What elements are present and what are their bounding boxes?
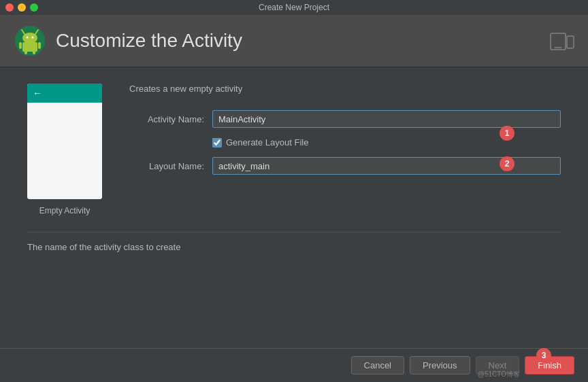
phone-body bbox=[27, 103, 102, 199]
svg-rect-6 bbox=[22, 42, 37, 52]
svg-rect-12 bbox=[567, 36, 574, 48]
svg-rect-10 bbox=[33, 50, 35, 54]
traffic-lights bbox=[5, 3, 38, 12]
layout-name-label: Layout Name: bbox=[129, 161, 204, 171]
svg-point-5 bbox=[32, 37, 34, 39]
svg-point-3 bbox=[22, 33, 37, 44]
svg-rect-7 bbox=[19, 42, 22, 49]
form-description: Creates a new empty activity bbox=[129, 84, 561, 94]
page-title: Customize the Activity bbox=[56, 30, 242, 52]
svg-point-4 bbox=[27, 37, 29, 39]
svg-rect-9 bbox=[24, 50, 27, 54]
generate-layout-label: Generate Layout File bbox=[226, 137, 308, 147]
generate-layout-row: Generate Layout File bbox=[212, 137, 561, 147]
main-content: ← Empty Activity Creates a new empty act… bbox=[0, 67, 588, 232]
back-arrow-icon: ← bbox=[33, 88, 42, 99]
header-left: Customize the Activity bbox=[14, 24, 242, 57]
cancel-button[interactable]: Cancel bbox=[351, 356, 404, 375]
watermark: @51CTO博客 bbox=[478, 370, 520, 379]
maximize-button[interactable] bbox=[30, 3, 38, 12]
preview-panel: ← Empty Activity bbox=[27, 84, 102, 215]
title-bar: Create New Project bbox=[0, 0, 588, 15]
title-bar-text: Create New Project bbox=[259, 3, 329, 12]
previous-button[interactable]: Previous bbox=[410, 356, 470, 375]
svg-rect-8 bbox=[38, 42, 41, 49]
activity-name-label: Activity Name: bbox=[129, 114, 204, 124]
android-logo-icon bbox=[14, 24, 46, 57]
header: Customize the Activity bbox=[0, 15, 588, 67]
activity-name-input[interactable] bbox=[212, 110, 561, 128]
finish-button[interactable]: Finish bbox=[525, 356, 574, 375]
generate-layout-checkbox[interactable] bbox=[212, 138, 222, 147]
layout-name-row: Layout Name: bbox=[129, 157, 561, 175]
phone-tablet-icon bbox=[550, 31, 574, 50]
form-panel: Creates a new empty activity Activity Na… bbox=[129, 84, 561, 215]
phone-preview: ← bbox=[27, 84, 102, 199]
divider bbox=[27, 232, 561, 232]
phone-toolbar: ← bbox=[27, 84, 102, 103]
preview-label: Empty Activity bbox=[39, 206, 91, 215]
footer-description: The name of the activity class to create bbox=[0, 242, 588, 252]
activity-name-row: Activity Name: bbox=[129, 110, 561, 128]
minimize-button[interactable] bbox=[18, 3, 26, 12]
close-button[interactable] bbox=[5, 3, 14, 12]
layout-name-input[interactable] bbox=[212, 157, 561, 175]
